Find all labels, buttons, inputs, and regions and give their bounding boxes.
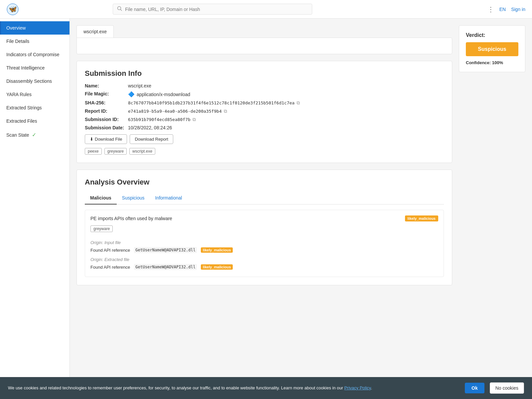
sidebar-item-scan-state[interactable]: Scan State ✓ bbox=[0, 128, 69, 142]
tab-informational[interactable]: Informational bbox=[150, 192, 188, 204]
report-id-copy-icon[interactable]: ⧉ bbox=[224, 108, 227, 114]
language-selector[interactable]: EN bbox=[499, 7, 506, 12]
cookie-ok-button[interactable]: Ok bbox=[465, 383, 484, 393]
main-layout: Overview File Details Indicators of Comp… bbox=[0, 19, 532, 399]
confidence-value: 100% bbox=[492, 60, 503, 65]
sidebar-label-ioc: Indicators of Compromise bbox=[6, 52, 60, 57]
header: 🦋 ⋮ EN Sign in bbox=[0, 0, 532, 19]
analysis-overview-card: Analysis Overview Malicious Suspicious I… bbox=[76, 170, 452, 285]
api-ref-text-1: Found API reference bbox=[90, 248, 130, 253]
verdict-title: Verdict: bbox=[466, 32, 518, 38]
download-report-button[interactable]: Download Report bbox=[130, 134, 173, 144]
finding-header: PE imports APIs often used by malware li… bbox=[90, 215, 438, 221]
analysis-tabs: Malicious Suspicious Informational bbox=[85, 192, 444, 204]
search-bar[interactable] bbox=[113, 4, 312, 15]
submission-id-row: Submission ID: 635b91b790f4ecd85ea80f7b … bbox=[85, 117, 444, 122]
finding-title: PE imports APIs often used by malware bbox=[90, 216, 172, 221]
report-id-label: Report ID: bbox=[85, 108, 128, 114]
sidebar-item-overview[interactable]: Overview bbox=[0, 21, 69, 35]
tab-suspicious[interactable]: Suspicious bbox=[117, 192, 150, 204]
sidebar-item-threat-intel[interactable]: Threat Intelligence bbox=[0, 61, 69, 74]
greyware-tag[interactable]: greyware bbox=[90, 225, 113, 232]
api-ref-row-2: Found API reference GetUserNameW@ADVAPI3… bbox=[90, 264, 438, 270]
sha256-row: SHA-256: 8c767077bb410f95b1db237b31f4f6e… bbox=[85, 100, 444, 106]
report-id-row: Report ID: e741a819-b5a9-4ea0-a506-de200… bbox=[85, 108, 444, 114]
sidebar: Overview File Details Indicators of Comp… bbox=[0, 19, 70, 399]
tab-malicious[interactable]: Malicious bbox=[85, 192, 117, 204]
download-file-icon: ⬇ bbox=[90, 137, 93, 142]
privacy-policy-link[interactable]: Privacy Policy bbox=[344, 385, 371, 390]
name-value: wscript.exe bbox=[128, 83, 151, 88]
greyware-tag-wrap: greyware bbox=[90, 225, 438, 236]
name-row: Name: wscript.exe bbox=[85, 83, 444, 88]
sidebar-item-disassembly[interactable]: Disassembly Sections bbox=[0, 74, 69, 88]
sidebar-item-extracted-files[interactable]: Extracted Files bbox=[0, 114, 69, 128]
name-label: Name: bbox=[85, 83, 128, 88]
more-options-icon[interactable]: ⋮ bbox=[487, 5, 494, 13]
sidebar-item-ioc[interactable]: Indicators of Compromise bbox=[0, 48, 69, 61]
tag-greyware[interactable]: greyware bbox=[104, 148, 127, 155]
verdict-badge: Suspicious bbox=[466, 42, 518, 56]
sha256-value: 8c767077bb410f95b1db237b31f4f6e1512c78c1… bbox=[128, 100, 300, 106]
api-badge-1: likely_malicious bbox=[201, 247, 233, 253]
tag-wscript[interactable]: wscript.exe bbox=[129, 148, 155, 155]
download-buttons-row: ⬇ Download File Download Report bbox=[85, 134, 444, 144]
submission-date-label: Submission Date: bbox=[85, 125, 128, 130]
file-section: wscript.exe bbox=[76, 25, 452, 54]
file-magic-label: File Magic: bbox=[85, 91, 128, 96]
sidebar-label-file-details: File Details bbox=[6, 39, 29, 44]
api-name-1: GetUserNameW@ADVAPI32.dll bbox=[134, 247, 197, 253]
verdict-panel: Verdict: Suspicious Confidence: 100% bbox=[459, 25, 525, 72]
cookie-banner: We use cookies and related technologies … bbox=[0, 377, 532, 399]
sidebar-label-scan-state: Scan State bbox=[6, 132, 29, 138]
search-input[interactable] bbox=[125, 7, 308, 12]
confidence-label: Confidence: bbox=[466, 60, 491, 65]
verdict-confidence: Confidence: 100% bbox=[466, 60, 518, 65]
sidebar-item-yara[interactable]: YARA Rules bbox=[0, 88, 69, 101]
logo[interactable]: 🦋 bbox=[7, 3, 19, 15]
finding-card: PE imports APIs often used by malware li… bbox=[85, 210, 444, 277]
submission-id-copy-icon[interactable]: ⧉ bbox=[193, 117, 196, 122]
file-magic-icon: 🔷 bbox=[128, 91, 135, 97]
sidebar-item-file-details[interactable]: File Details bbox=[0, 35, 69, 48]
content-area: wscript.exe Submission Info Name: wscrip… bbox=[70, 19, 532, 399]
submission-id-value: 635b91b790f4ecd85ea80f7b ⧉ bbox=[128, 117, 196, 122]
origin-input-label: Origin: Input file bbox=[90, 240, 438, 245]
download-file-button[interactable]: ⬇ Download File bbox=[85, 134, 127, 144]
scan-state-check-icon: ✓ bbox=[32, 132, 36, 138]
sidebar-label-threat-intel: Threat Intelligence bbox=[6, 65, 45, 70]
search-icon bbox=[117, 6, 122, 12]
api-name-2: GetUserNameW@ADVAPI32.dll bbox=[134, 264, 197, 270]
submission-id-label: Submission ID: bbox=[85, 117, 128, 122]
origin-extracted-label: Origin: Extracted file bbox=[90, 257, 438, 262]
submission-info-title: Submission Info bbox=[85, 69, 444, 78]
analysis-overview-title: Analysis Overview bbox=[85, 178, 444, 187]
api-ref-row-1: Found API reference GetUserNameW@ADVAPI3… bbox=[90, 247, 438, 253]
report-id-value: e741a819-b5a9-4ea0-a506-de200a35f9b4 ⧉ bbox=[128, 108, 227, 114]
sha256-label: SHA-256: bbox=[85, 100, 128, 105]
sidebar-label-disassembly: Disassembly Sections bbox=[6, 78, 52, 84]
sign-in-link[interactable]: Sign in bbox=[511, 7, 525, 12]
cookie-no-cookies-button[interactable]: No cookies bbox=[490, 382, 524, 394]
submission-date-value: 10/28/2022, 08:24:26 bbox=[128, 125, 172, 130]
header-right: ⋮ EN Sign in bbox=[487, 5, 525, 13]
file-magic-row: File Magic: 🔷 application/x-msdownload bbox=[85, 91, 444, 97]
sidebar-label-extracted-files: Extracted Files bbox=[6, 118, 37, 124]
tag-peexe[interactable]: peexe bbox=[85, 148, 102, 155]
sha256-copy-icon[interactable]: ⧉ bbox=[297, 100, 300, 106]
svg-text:🦋: 🦋 bbox=[9, 5, 17, 13]
submission-date-row: Submission Date: 10/28/2022, 08:24:26 bbox=[85, 125, 444, 130]
sidebar-label-yara: YARA Rules bbox=[6, 92, 32, 97]
submission-info-card: Submission Info Name: wscript.exe File M… bbox=[76, 61, 452, 163]
sidebar-label-overview: Overview bbox=[6, 25, 26, 31]
sidebar-label-extracted-strings: Extracted Strings bbox=[6, 105, 42, 110]
finding-badge: likely_malicious bbox=[405, 215, 438, 221]
svg-line-3 bbox=[121, 10, 122, 11]
api-badge-2: likely_malicious bbox=[201, 264, 233, 270]
file-magic-value: 🔷 application/x-msdownload bbox=[128, 91, 190, 97]
tags-row: peexe greyware wscript.exe bbox=[85, 148, 444, 155]
file-tab[interactable]: wscript.exe bbox=[76, 25, 114, 38]
api-ref-text-2: Found API reference bbox=[90, 265, 130, 270]
file-tab-card bbox=[76, 38, 452, 54]
sidebar-item-extracted-strings[interactable]: Extracted Strings bbox=[0, 101, 69, 114]
